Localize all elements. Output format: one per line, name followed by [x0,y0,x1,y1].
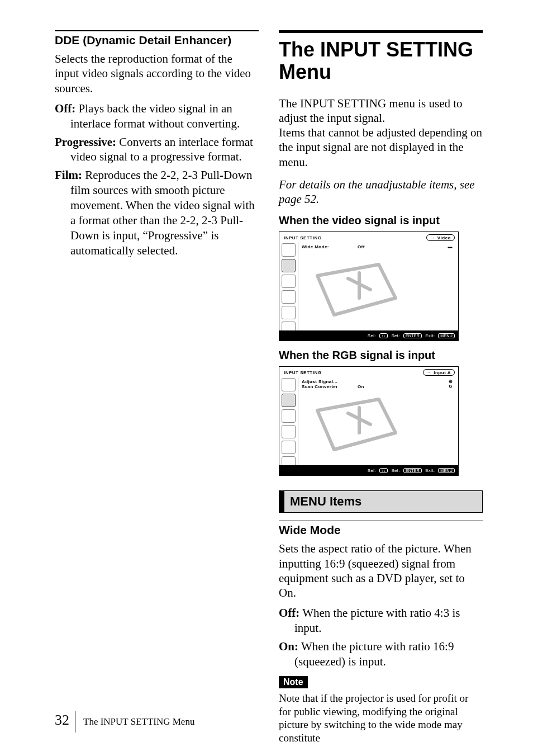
osd-tab-icon[interactable] [282,290,296,304]
intro-2: Items that cannot be adjusted depending … [279,125,483,169]
when-video-heading: When the video signal is input [279,214,483,227]
section-rule: DDE (Dynamic Detail Enhancer) [55,30,259,47]
term: Off: [55,102,75,115]
arrows-icon: ↑↓ [379,468,388,473]
term: Progressive: [55,135,116,149]
osd-source: Video [437,235,451,240]
osd-main: Adjust Signal... ⚙ Scan Converter On ↻ [298,377,458,465]
osd-tab-icon[interactable] [282,394,296,407]
menu-items-heading: MENU Items [279,490,483,513]
dde-heading: DDE (Dynamic Detail Enhancer) [55,34,259,47]
wide-mode-list: Off: When the picture with ratio 4:3 is … [279,606,483,669]
dde-item-progressive: Progressive: Converts an interlace forma… [55,135,259,165]
note-body: Note that if the projector is used for p… [279,692,483,745]
wide-mode-on: On: When the picture with ratio 16:9 (sq… [279,639,483,669]
osd-footer-exit: Exit: [425,333,435,338]
enter-badge: ENTER [403,468,422,473]
osd-source-pill: → Video [426,234,455,241]
intro-1: The INPUT SETTING menu is used to adjust… [279,96,483,126]
osd-footer-sel: Sel: [368,468,376,473]
menu-badge: MENU [438,333,455,338]
osd-header: INPUT SETTING → Video [279,232,458,242]
left-column: DDE (Dynamic Detail Enhancer) Selects th… [55,30,259,745]
osd-tab-icon[interactable] [282,243,296,257]
osd-row-label: Adjust Signal... [302,379,358,384]
see-page-note: For details on the unadjustable items, s… [279,177,483,207]
section-rule: Wide Mode [279,521,483,537]
footer-title: The INPUT SETTING Menu [75,711,194,733]
osd-footer: Sel: ↑↓ Set: ENTER Exit: MENU [279,465,458,475]
def: Reproduces the 2-2, 2-3 Pull-Down film s… [70,168,255,257]
term: Off: [279,606,299,620]
dde-item-off: Off: Plays back the video signal in an i… [55,101,259,131]
osd-footer: Sel: ↑↓ Set: ENTER Exit: MENU [279,330,458,341]
wide-mode-body: Sets the aspect ratio of the picture. Wh… [279,541,483,600]
menu-badge: MENU [438,468,455,473]
when-rgb-heading: When the RGB signal is input [279,349,483,362]
osd-tab-icon[interactable] [282,306,296,319]
dde-list: Off: Plays back the video signal in an i… [55,101,259,258]
osd-tab-icon[interactable] [282,441,296,454]
osd-tab-icon[interactable] [282,275,296,288]
osd-footer-set: Set: [391,468,399,473]
osd-body: Adjust Signal... ⚙ Scan Converter On ↻ [279,377,458,465]
osd-tab-icon[interactable] [282,409,296,423]
osd-source: Input A [434,370,451,375]
right-column: The INPUT SETTING Menu The INPUT SETTING… [279,30,483,745]
osd-row-adjust-signal[interactable]: Adjust Signal... ⚙ [302,379,455,384]
osd-row-value: Off [358,244,380,249]
page-footer: 32 The INPUT SETTING Menu [55,711,194,733]
osd-tab-icon[interactable] [282,259,296,272]
osd-source-pill: → Input A [423,369,455,376]
osd-screenshot-video: INPUT SETTING → Video [279,231,459,341]
osd-row-scan-converter[interactable]: Scan Converter On ↻ [302,384,455,389]
osd-screenshot-rgb: INPUT SETTING → Input A [279,366,459,476]
def: Plays back the video signal in an interl… [70,102,240,130]
osd-row-label: Scan Converter [302,384,358,389]
enter-badge: ENTER [403,333,422,338]
osd-tab-icon[interactable] [282,378,296,391]
osd-background-logo-icon [306,394,401,455]
osd-main: Wide Mode: Off ▬ [298,242,458,330]
osd-footer-set: Set: [391,333,399,338]
arrows-icon: ↑↓ [379,333,388,338]
wide-mode-off: Off: When the picture with ratio 4:3 is … [279,606,483,636]
convert-icon: ↻ [380,384,455,389]
osd-tab-icon[interactable] [282,425,296,438]
osd-background-logo-icon [306,259,401,320]
page: DDE (Dynamic Detail Enhancer) Selects th… [0,0,533,756]
dde-intro: Selects the reproduction format of the i… [55,51,259,96]
input-arrow-icon: → [430,235,435,240]
osd-row-wide-mode[interactable]: Wide Mode: Off ▬ [302,244,455,249]
osd-header: INPUT SETTING → Input A [279,367,458,377]
osd-title: INPUT SETTING [284,370,423,375]
osd-sidebar [279,377,298,465]
osd-row-label: Wide Mode: [302,244,358,249]
osd-title: INPUT SETTING [284,235,426,240]
page-number: 32 [55,712,69,729]
page-title: The INPUT SETTING Menu [279,30,483,84]
input-arrow-icon: → [427,370,432,375]
def: When the picture with ratio 4:3 is input… [294,606,460,635]
osd-row-value [358,379,380,384]
term: On: [279,640,298,653]
osd-footer-exit: Exit: [425,468,435,473]
osd-sidebar [279,242,298,330]
term: Film: [55,168,82,182]
osd-row-value: On [358,384,380,389]
settings-icon: ⚙ [380,379,455,384]
wide-mode-heading: Wide Mode [279,523,483,537]
aspect-icon: ▬ [380,244,455,249]
osd-footer-sel: Sel: [368,333,376,338]
osd-body: Wide Mode: Off ▬ [279,242,458,330]
two-column-layout: DDE (Dynamic Detail Enhancer) Selects th… [55,30,483,745]
note-badge: Note [279,676,308,688]
dde-item-film: Film: Reproduces the 2-2, 2-3 Pull-Down … [55,168,259,258]
def: When the picture with ratio 16:9 (squeez… [294,640,454,668]
